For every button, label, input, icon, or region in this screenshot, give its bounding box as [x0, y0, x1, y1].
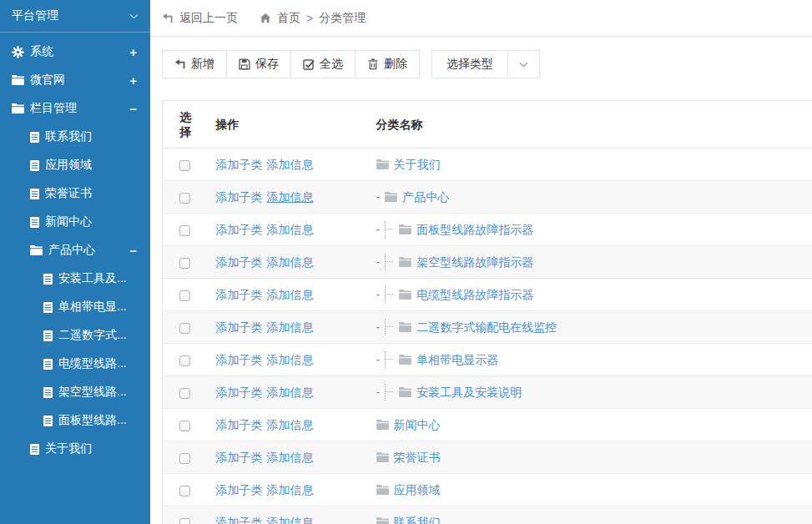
- table-row: 添加子类添加信息-电缆型线路故障指示器: [163, 279, 812, 311]
- sidebar-item[interactable]: 面板型线路...: [0, 406, 150, 435]
- sidebar-item[interactable]: 电缆型线路...: [0, 350, 150, 378]
- category-link[interactable]: 面板型线路故障指示器: [416, 221, 533, 238]
- doc-icon: [43, 274, 53, 285]
- row-checkbox[interactable]: [179, 518, 190, 524]
- type-select-dropdown[interactable]: 选择类型: [431, 50, 540, 78]
- select-all-button[interactable]: 全选: [290, 50, 356, 78]
- add-info-link[interactable]: 添加信息: [267, 190, 314, 204]
- expand-toggle-icon[interactable]: +: [129, 45, 137, 59]
- category-link[interactable]: 单相带电显示器: [416, 351, 498, 368]
- breadcrumb-home: 首页: [260, 11, 300, 26]
- sidebar-item[interactable]: 应用领域: [0, 151, 150, 179]
- row-checkbox[interactable]: [179, 388, 190, 399]
- sidebar-item[interactable]: 联系我们: [0, 123, 150, 151]
- category-link[interactable]: 安装工具及安装说明: [416, 384, 522, 401]
- back-link[interactable]: 返回上一页: [162, 11, 238, 26]
- row-checkbox[interactable]: [179, 486, 190, 496]
- save-icon: [239, 58, 250, 70]
- table-header-row: 选择操作分类名称: [163, 101, 812, 149]
- add-subcategory-link[interactable]: 添加子类: [216, 255, 263, 269]
- add-info-link[interactable]: 添加信息: [267, 288, 314, 301]
- add-subcategory-link[interactable]: 添加子类: [216, 418, 263, 431]
- button-label: 新增: [191, 57, 214, 72]
- category-link[interactable]: 联系我们: [394, 514, 441, 524]
- folder-icon: [399, 224, 411, 234]
- type-select-label: 选择类型: [432, 51, 507, 78]
- sidebar-item[interactable]: 新闻中心: [0, 208, 150, 236]
- add-subcategory-link[interactable]: 添加子类: [216, 288, 263, 301]
- add-info-link[interactable]: 添加信息: [267, 320, 314, 334]
- chevron-down-icon[interactable]: [507, 51, 539, 78]
- sidebar-item-label: 电缆型线路...: [58, 356, 127, 371]
- toolbar-button-group: 新增保存全选删除: [162, 50, 420, 78]
- folder-icon: [399, 257, 411, 267]
- add-info-link[interactable]: 添加信息: [267, 255, 314, 269]
- category-link[interactable]: 关于我们: [394, 156, 441, 173]
- add-info-link[interactable]: 添加信息: [267, 483, 314, 496]
- sidebar-item[interactable]: 架空型线路...: [0, 378, 150, 406]
- sidebar-header[interactable]: 平台管理: [0, 0, 150, 33]
- add-subcategory-link[interactable]: 添加子类: [216, 223, 263, 236]
- collapse-toggle-icon[interactable]: −: [129, 244, 137, 258]
- app-window: 平台管理 系统+微官网+栏目管理−联系我们应用领域荣誉证书新闻中心产品中心−安装…: [0, 0, 812, 524]
- add-info-link[interactable]: 添加信息: [267, 158, 314, 171]
- add-info-link[interactable]: 添加信息: [267, 516, 314, 524]
- category-link[interactable]: 二遥数字式输配电在线监控: [416, 319, 557, 335]
- row-checkbox[interactable]: [179, 421, 190, 431]
- add-subcategory-link[interactable]: 添加子类: [216, 516, 263, 524]
- row-checkbox[interactable]: [179, 160, 190, 171]
- category-link[interactable]: 架空型线路故障指示器: [416, 254, 533, 270]
- chevron-down-icon[interactable]: [129, 13, 139, 19]
- row-checkbox[interactable]: [179, 225, 190, 236]
- category-link[interactable]: 荣誉证书: [394, 449, 441, 466]
- sidebar-item[interactable]: 微官网+: [0, 66, 150, 94]
- category-link[interactable]: 新闻中心: [394, 416, 441, 433]
- tree-level-dash: -: [376, 286, 381, 303]
- folder-icon: [376, 159, 389, 169]
- sidebar-item[interactable]: 单相带电显...: [0, 293, 150, 321]
- folder-icon: [399, 322, 411, 332]
- sidebar-item-label: 联系我们: [45, 129, 92, 144]
- sidebar-item[interactable]: 产品中心−: [0, 236, 150, 265]
- sidebar-item[interactable]: 二遥数字式...: [0, 321, 150, 350]
- delete-button[interactable]: 删除: [355, 50, 420, 78]
- save-button[interactable]: 保存: [226, 50, 291, 78]
- category-link[interactable]: 应用领域: [394, 481, 441, 498]
- add-subcategory-link[interactable]: 添加子类: [216, 451, 263, 464]
- sidebar-item[interactable]: 荣誉证书: [0, 179, 150, 208]
- expand-toggle-icon[interactable]: +: [129, 73, 137, 88]
- add-button[interactable]: 新增: [162, 50, 227, 78]
- category-link[interactable]: 电缆型线路故障指示器: [416, 286, 533, 303]
- add-subcategory-link[interactable]: 添加子类: [216, 385, 263, 399]
- add-info-link[interactable]: 添加信息: [267, 223, 314, 236]
- add-subcategory-link[interactable]: 添加子类: [216, 320, 263, 334]
- row-checkbox[interactable]: [179, 193, 190, 204]
- row-checkbox[interactable]: [179, 323, 190, 334]
- collapse-toggle-icon[interactable]: −: [129, 102, 137, 116]
- sidebar-item[interactable]: 栏目管理−: [0, 94, 150, 123]
- folder-icon: [30, 245, 43, 255]
- add-subcategory-link[interactable]: 添加子类: [216, 483, 263, 496]
- row-checkbox[interactable]: [179, 290, 190, 301]
- folder-icon: [399, 387, 411, 397]
- folder-icon: [376, 517, 389, 524]
- add-info-link[interactable]: 添加信息: [267, 385, 314, 399]
- row-checkbox[interactable]: [179, 453, 190, 464]
- sidebar-item[interactable]: 系统+: [0, 38, 150, 66]
- table-body: 添加子类添加信息关于我们添加子类添加信息-产品中心添加子类添加信息-面板型线路故…: [163, 149, 812, 524]
- add-info-link[interactable]: 添加信息: [267, 418, 314, 431]
- row-checkbox[interactable]: [179, 258, 190, 269]
- sidebar-title: 平台管理: [12, 8, 58, 23]
- doc-icon: [43, 416, 53, 426]
- add-info-link[interactable]: 添加信息: [267, 451, 314, 464]
- row-checkbox[interactable]: [179, 355, 190, 366]
- add-subcategory-link[interactable]: 添加子类: [216, 190, 263, 204]
- sidebar-item[interactable]: 关于我们: [0, 435, 150, 463]
- add-info-link[interactable]: 添加信息: [267, 353, 314, 366]
- breadcrumb-home-link[interactable]: 首页: [277, 11, 300, 26]
- category-link[interactable]: 产品中心: [402, 189, 449, 205]
- add-subcategory-link[interactable]: 添加子类: [216, 158, 263, 171]
- sidebar-item[interactable]: 安装工具及...: [0, 265, 150, 293]
- add-subcategory-link[interactable]: 添加子类: [216, 353, 263, 366]
- doc-icon: [30, 189, 39, 199]
